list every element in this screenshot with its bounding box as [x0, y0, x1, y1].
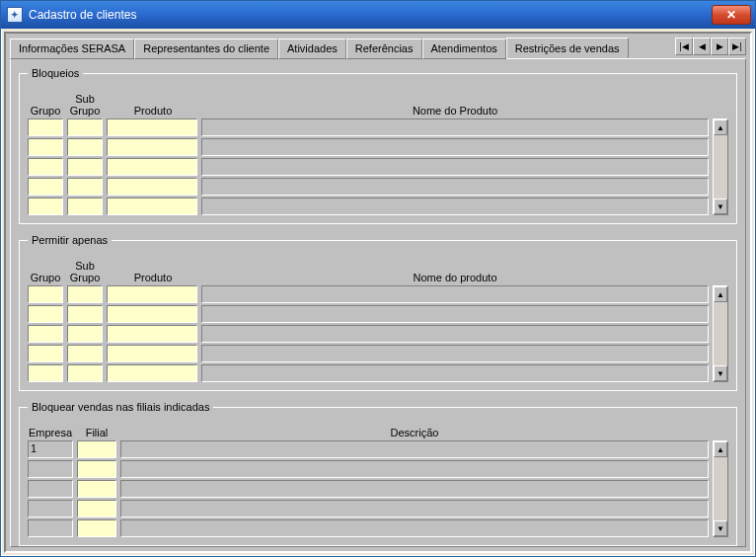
table-row: [28, 460, 709, 478]
subgrupo-input[interactable]: [67, 138, 103, 156]
filiais-headers: Empresa Filial Descrição: [28, 427, 728, 438]
nav-next-button[interactable]: ▶: [711, 38, 728, 55]
filial-input[interactable]: [77, 460, 116, 478]
close-button[interactable]: ✕: [712, 5, 751, 25]
table-row: [28, 345, 709, 362]
nome-produto-field: [201, 138, 709, 156]
hdr-descricao: Descrição: [120, 427, 709, 438]
hdr-grupo: Grupo: [28, 272, 63, 283]
table-row: [28, 500, 709, 517]
hdr-filial: Filial: [77, 427, 116, 438]
bloqueios-rows: [28, 119, 709, 215]
empresa-field[interactable]: [28, 519, 73, 537]
tab-representantes[interactable]: Representantes do cliente: [134, 39, 278, 59]
group-bloqueios-legend: Bloqueios: [28, 67, 83, 79]
hdr-nome-produto: Nome do Produto: [201, 105, 709, 117]
bloqueios-headers: Grupo Sub Grupo Produto Nome do Produto: [28, 93, 728, 117]
subgrupo-input[interactable]: [67, 345, 103, 362]
tab-informacoes-serasa[interactable]: Informações SERASA: [10, 39, 134, 59]
nome-produto-field: [201, 178, 709, 196]
scroll-down-icon[interactable]: ▼: [714, 520, 727, 536]
bloqueios-scrollbar[interactable]: ▲ ▼: [713, 119, 728, 215]
produto-input[interactable]: [107, 178, 197, 196]
permitir-rows: [28, 285, 709, 382]
grupo-input[interactable]: [28, 325, 63, 343]
tab-row: Informações SERASA Representantes do cli…: [10, 38, 746, 58]
permitir-scrollbar[interactable]: ▲ ▼: [713, 285, 728, 382]
group-bloquear-filiais: Bloquear vendas nas filiais indicadas Em…: [19, 401, 737, 546]
scroll-up-icon[interactable]: ▲: [714, 119, 727, 135]
empresa-field[interactable]: 1: [28, 440, 73, 458]
filial-input[interactable]: [77, 440, 116, 458]
produto-input[interactable]: [107, 305, 197, 323]
subgrupo-input[interactable]: [67, 305, 103, 323]
grupo-input[interactable]: [28, 158, 63, 176]
table-row: [28, 305, 709, 323]
tab-atividades[interactable]: Atividades: [278, 39, 346, 59]
empresa-field[interactable]: [28, 480, 73, 498]
descricao-field: [120, 500, 709, 517]
tabs: Informações SERASA Representantes do cli…: [10, 38, 675, 58]
grupo-input[interactable]: [28, 345, 63, 362]
window-frame: ✦ Cadastro de clientes ✕ Informações SER…: [0, 0, 756, 557]
subgrupo-input[interactable]: [67, 178, 103, 196]
grupo-input[interactable]: [28, 198, 63, 215]
table-row: [28, 198, 709, 215]
empresa-field[interactable]: [28, 500, 73, 517]
tab-referencias[interactable]: Referências: [346, 39, 422, 59]
nome-produto-field: [201, 119, 709, 136]
table-row: [28, 285, 709, 303]
filial-input[interactable]: [77, 519, 116, 537]
grupo-input[interactable]: [28, 305, 63, 323]
grupo-input[interactable]: [28, 178, 63, 196]
scroll-down-icon[interactable]: ▼: [714, 365, 727, 381]
filial-input[interactable]: [77, 480, 116, 498]
record-nav: |◀ ◀ ▶ ▶|: [675, 38, 746, 55]
subgrupo-input[interactable]: [67, 364, 103, 382]
subgrupo-input[interactable]: [67, 119, 103, 136]
subgrupo-input[interactable]: [67, 325, 103, 343]
scroll-down-icon[interactable]: ▼: [714, 199, 727, 214]
table-row: [28, 519, 709, 537]
nome-produto-field: [201, 198, 709, 215]
produto-input[interactable]: [107, 158, 197, 176]
hdr-grupo: Grupo: [28, 105, 63, 117]
nav-first-button[interactable]: |◀: [675, 38, 693, 55]
grupo-input[interactable]: [28, 364, 63, 382]
client-area: Informações SERASA Representantes do cli…: [4, 32, 752, 553]
produto-input[interactable]: [107, 198, 197, 215]
produto-input[interactable]: [107, 138, 197, 156]
scroll-up-icon[interactable]: ▲: [714, 286, 727, 302]
hdr-nome-produto: Nome do produto: [201, 272, 709, 283]
nome-produto-field: [201, 345, 709, 362]
produto-input[interactable]: [107, 345, 197, 362]
grupo-input[interactable]: [28, 138, 63, 156]
empresa-field[interactable]: [28, 460, 73, 478]
hdr-produto: Produto: [107, 272, 197, 283]
grupo-input[interactable]: [28, 119, 63, 136]
table-row: 1: [28, 440, 709, 458]
produto-input[interactable]: [107, 364, 197, 382]
scroll-up-icon[interactable]: ▲: [714, 441, 727, 457]
tab-atendimentos[interactable]: Atendimentos: [422, 39, 506, 59]
descricao-field: [120, 460, 709, 478]
grupo-input[interactable]: [28, 285, 63, 303]
nav-prev-button[interactable]: ◀: [693, 38, 711, 55]
filiais-scrollbar[interactable]: ▲ ▼: [713, 440, 728, 537]
group-permitir-legend: Permitir apenas: [28, 234, 112, 246]
permitir-rows-wrap: ▲ ▼: [28, 285, 728, 382]
descricao-field: [120, 440, 709, 458]
produto-input[interactable]: [107, 119, 197, 136]
nav-last-button[interactable]: ▶|: [728, 38, 746, 55]
bloqueios-rows-wrap: ▲ ▼: [28, 119, 728, 215]
table-row: [28, 158, 709, 176]
subgrupo-input[interactable]: [67, 198, 103, 215]
subgrupo-input[interactable]: [67, 285, 103, 303]
subgrupo-input[interactable]: [67, 158, 103, 176]
produto-input[interactable]: [107, 285, 197, 303]
nome-produto-field: [201, 325, 709, 343]
descricao-field: [120, 480, 709, 498]
filial-input[interactable]: [77, 500, 116, 517]
produto-input[interactable]: [107, 325, 197, 343]
tab-restricoes-vendas[interactable]: Restrições de vendas: [506, 38, 629, 58]
